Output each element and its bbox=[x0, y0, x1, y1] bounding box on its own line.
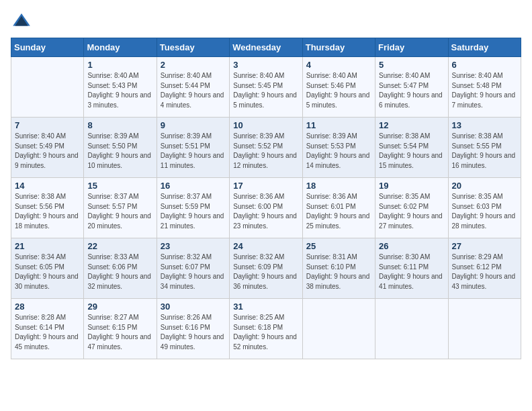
calendar-cell: 31Sunrise: 8:25 AMSunset: 6:18 PMDayligh… bbox=[230, 299, 302, 359]
day-detail: Sunrise: 8:40 AMSunset: 5:45 PMDaylight:… bbox=[233, 71, 298, 110]
day-number: 3 bbox=[233, 60, 298, 70]
day-number: 2 bbox=[161, 60, 226, 70]
day-detail: Sunrise: 8:40 AMSunset: 5:44 PMDaylight:… bbox=[161, 71, 226, 110]
day-number: 29 bbox=[87, 302, 152, 312]
day-number: 27 bbox=[452, 241, 517, 251]
day-number: 8 bbox=[87, 120, 152, 130]
col-sunday: Sunday bbox=[11, 38, 84, 57]
day-detail: Sunrise: 8:36 AMSunset: 6:01 PMDaylight:… bbox=[306, 192, 371, 231]
day-number: 28 bbox=[15, 302, 80, 312]
day-number: 25 bbox=[306, 241, 371, 251]
calendar-week-row: 7Sunrise: 8:40 AMSunset: 5:49 PMDaylight… bbox=[11, 118, 521, 178]
calendar-body: 1Sunrise: 8:40 AMSunset: 5:43 PMDaylight… bbox=[11, 57, 521, 359]
day-detail: Sunrise: 8:39 AMSunset: 5:52 PMDaylight:… bbox=[233, 132, 298, 171]
day-detail: Sunrise: 8:39 AMSunset: 5:53 PMDaylight:… bbox=[306, 132, 371, 171]
day-number: 18 bbox=[306, 181, 371, 191]
day-number: 22 bbox=[87, 241, 152, 251]
day-number: 6 bbox=[452, 60, 517, 70]
day-detail: Sunrise: 8:29 AMSunset: 6:12 PMDaylight:… bbox=[452, 253, 517, 291]
calendar-week-row: 1Sunrise: 8:40 AMSunset: 5:43 PMDaylight… bbox=[11, 57, 521, 118]
day-number: 17 bbox=[233, 181, 298, 191]
calendar-week-row: 21Sunrise: 8:34 AMSunset: 6:05 PMDayligh… bbox=[11, 238, 521, 299]
day-number: 21 bbox=[15, 241, 80, 251]
col-friday: Friday bbox=[375, 38, 448, 57]
day-detail: Sunrise: 8:40 AMSunset: 5:43 PMDaylight:… bbox=[87, 71, 152, 110]
day-detail: Sunrise: 8:33 AMSunset: 6:06 PMDaylight:… bbox=[87, 253, 152, 291]
day-number: 26 bbox=[379, 241, 444, 251]
calendar-cell: 28Sunrise: 8:28 AMSunset: 6:14 PMDayligh… bbox=[11, 299, 84, 359]
day-number: 31 bbox=[233, 302, 298, 312]
calendar-cell bbox=[302, 299, 375, 359]
day-number: 4 bbox=[306, 60, 371, 70]
calendar-cell: 19Sunrise: 8:35 AMSunset: 6:02 PMDayligh… bbox=[375, 178, 448, 238]
day-detail: Sunrise: 8:27 AMSunset: 6:15 PMDaylight:… bbox=[87, 313, 152, 352]
day-detail: Sunrise: 8:25 AMSunset: 6:18 PMDaylight:… bbox=[233, 313, 298, 352]
day-detail: Sunrise: 8:28 AMSunset: 6:14 PMDaylight:… bbox=[15, 313, 80, 352]
header-row: Sunday Monday Tuesday Wednesday Thursday… bbox=[11, 38, 521, 57]
day-number: 23 bbox=[161, 241, 226, 251]
day-detail: Sunrise: 8:38 AMSunset: 5:56 PMDaylight:… bbox=[15, 192, 80, 231]
calendar-cell: 21Sunrise: 8:34 AMSunset: 6:05 PMDayligh… bbox=[11, 238, 84, 299]
calendar-cell: 18Sunrise: 8:36 AMSunset: 6:01 PMDayligh… bbox=[302, 178, 375, 238]
day-detail: Sunrise: 8:40 AMSunset: 5:48 PMDaylight:… bbox=[452, 71, 517, 110]
calendar-week-row: 14Sunrise: 8:38 AMSunset: 5:56 PMDayligh… bbox=[11, 178, 521, 238]
calendar-cell: 14Sunrise: 8:38 AMSunset: 5:56 PMDayligh… bbox=[11, 178, 84, 238]
day-detail: Sunrise: 8:35 AMSunset: 6:03 PMDaylight:… bbox=[452, 192, 517, 231]
calendar-cell: 24Sunrise: 8:32 AMSunset: 6:09 PMDayligh… bbox=[230, 238, 302, 299]
day-number: 14 bbox=[15, 181, 80, 191]
day-detail: Sunrise: 8:34 AMSunset: 6:05 PMDaylight:… bbox=[15, 253, 80, 291]
calendar-cell: 2Sunrise: 8:40 AMSunset: 5:44 PMDaylight… bbox=[157, 57, 229, 118]
day-number: 11 bbox=[306, 120, 371, 130]
day-detail: Sunrise: 8:32 AMSunset: 6:09 PMDaylight:… bbox=[233, 253, 298, 291]
day-detail: Sunrise: 8:38 AMSunset: 5:55 PMDaylight:… bbox=[452, 132, 517, 171]
calendar-cell: 11Sunrise: 8:39 AMSunset: 5:53 PMDayligh… bbox=[302, 118, 375, 178]
day-detail: Sunrise: 8:39 AMSunset: 5:51 PMDaylight:… bbox=[161, 132, 226, 171]
day-detail: Sunrise: 8:40 AMSunset: 5:49 PMDaylight:… bbox=[15, 132, 80, 171]
day-detail: Sunrise: 8:30 AMSunset: 6:11 PMDaylight:… bbox=[379, 253, 444, 291]
day-detail: Sunrise: 8:36 AMSunset: 6:00 PMDaylight:… bbox=[233, 192, 298, 231]
col-tuesday: Tuesday bbox=[157, 38, 229, 57]
calendar-cell: 5Sunrise: 8:40 AMSunset: 5:47 PMDaylight… bbox=[375, 57, 448, 118]
calendar-cell: 8Sunrise: 8:39 AMSunset: 5:50 PMDaylight… bbox=[84, 118, 157, 178]
logo-icon bbox=[11, 11, 32, 32]
calendar-cell: 26Sunrise: 8:30 AMSunset: 6:11 PMDayligh… bbox=[375, 238, 448, 299]
day-detail: Sunrise: 8:38 AMSunset: 5:54 PMDaylight:… bbox=[379, 132, 444, 171]
calendar-cell: 20Sunrise: 8:35 AMSunset: 6:03 PMDayligh… bbox=[448, 178, 521, 238]
day-detail: Sunrise: 8:35 AMSunset: 6:02 PMDaylight:… bbox=[379, 192, 444, 231]
day-detail: Sunrise: 8:37 AMSunset: 5:57 PMDaylight:… bbox=[87, 192, 152, 231]
calendar-cell: 29Sunrise: 8:27 AMSunset: 6:15 PMDayligh… bbox=[84, 299, 157, 359]
calendar-cell: 17Sunrise: 8:36 AMSunset: 6:00 PMDayligh… bbox=[230, 178, 302, 238]
calendar-cell: 1Sunrise: 8:40 AMSunset: 5:43 PMDaylight… bbox=[84, 57, 157, 118]
col-saturday: Saturday bbox=[448, 38, 521, 57]
page-header bbox=[11, 11, 521, 32]
calendar-cell: 6Sunrise: 8:40 AMSunset: 5:48 PMDaylight… bbox=[448, 57, 521, 118]
day-number: 30 bbox=[161, 302, 226, 312]
calendar-cell: 10Sunrise: 8:39 AMSunset: 5:52 PMDayligh… bbox=[230, 118, 302, 178]
day-number: 15 bbox=[87, 181, 152, 191]
col-monday: Monday bbox=[84, 38, 157, 57]
calendar-week-row: 28Sunrise: 8:28 AMSunset: 6:14 PMDayligh… bbox=[11, 299, 521, 359]
day-detail: Sunrise: 8:31 AMSunset: 6:10 PMDaylight:… bbox=[306, 253, 371, 291]
calendar-cell: 12Sunrise: 8:38 AMSunset: 5:54 PMDayligh… bbox=[375, 118, 448, 178]
logo bbox=[11, 11, 35, 32]
day-number: 16 bbox=[161, 181, 226, 191]
calendar-table: Sunday Monday Tuesday Wednesday Thursday… bbox=[11, 38, 521, 359]
day-number: 7 bbox=[15, 120, 80, 130]
col-wednesday: Wednesday bbox=[230, 38, 302, 57]
day-detail: Sunrise: 8:40 AMSunset: 5:46 PMDaylight:… bbox=[306, 71, 371, 110]
calendar-cell: 9Sunrise: 8:39 AMSunset: 5:51 PMDaylight… bbox=[157, 118, 229, 178]
day-number: 1 bbox=[87, 60, 152, 70]
day-number: 19 bbox=[379, 181, 444, 191]
calendar-cell: 4Sunrise: 8:40 AMSunset: 5:46 PMDaylight… bbox=[302, 57, 375, 118]
calendar-cell bbox=[375, 299, 448, 359]
calendar-cell: 27Sunrise: 8:29 AMSunset: 6:12 PMDayligh… bbox=[448, 238, 521, 299]
col-thursday: Thursday bbox=[302, 38, 375, 57]
calendar-cell bbox=[11, 57, 84, 118]
calendar-cell: 15Sunrise: 8:37 AMSunset: 5:57 PMDayligh… bbox=[84, 178, 157, 238]
calendar-cell: 3Sunrise: 8:40 AMSunset: 5:45 PMDaylight… bbox=[230, 57, 302, 118]
day-number: 13 bbox=[452, 120, 517, 130]
calendar-cell: 23Sunrise: 8:32 AMSunset: 6:07 PMDayligh… bbox=[157, 238, 229, 299]
calendar-cell: 25Sunrise: 8:31 AMSunset: 6:10 PMDayligh… bbox=[302, 238, 375, 299]
day-number: 24 bbox=[233, 241, 298, 251]
calendar-cell: 22Sunrise: 8:33 AMSunset: 6:06 PMDayligh… bbox=[84, 238, 157, 299]
